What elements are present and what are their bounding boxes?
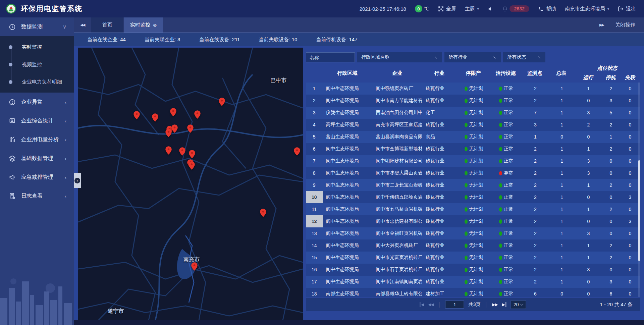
sidebar-item-数据监测[interactable]: 数据监测∨ <box>0 17 74 36</box>
first-page-button[interactable]: ◀ <box>420 302 424 307</box>
sidebar-item-日志查看[interactable]: 日志查看‹ <box>0 186 74 205</box>
panel-collapse-handle[interactable]: ‹ <box>74 173 81 188</box>
column-header-总表: 总表 <box>548 64 575 83</box>
industry-filter-select[interactable]: 所有行业 <box>444 52 501 62</box>
sidebar-subitem-实时监控[interactable]: 实时监控 <box>0 38 74 56</box>
cell-region: 高坪生态环境局 <box>323 119 373 131</box>
status-dot-icon <box>465 159 468 163</box>
tabs-scroll-right-button[interactable]: ▶▶ <box>599 23 604 27</box>
table-row[interactable]: 1阆中生态环境局阆中强锐页岩砖厂砖瓦行业无计划正常21120 <box>306 83 640 95</box>
name-filter-input[interactable] <box>306 52 355 62</box>
sidebar-item-基础数据管理[interactable]: 基础数据管理‹ <box>0 149 74 168</box>
megaphone-icon <box>9 174 16 181</box>
map-marker-icon[interactable] <box>170 108 177 117</box>
fullscreen-button[interactable]: 全屏 <box>438 6 456 12</box>
cell-lost: 0 <box>620 264 640 276</box>
map-marker-icon[interactable] <box>191 262 198 271</box>
next-page-button[interactable]: ▶▶ <box>492 302 497 307</box>
cell-points: 2 <box>522 227 548 239</box>
table-row[interactable]: 2阆中生态环境局阆中市南方节能建材有砖瓦行业无计划正常21030 <box>306 95 640 107</box>
cell-run: 1 <box>575 252 602 264</box>
sidebar-item-企业用电量分析[interactable]: 企业用电量分析‹ <box>0 130 74 149</box>
table-row[interactable]: 4高坪生态环境局南充市高坪区王家店建砖瓦行业无计划正常31220 <box>306 119 640 131</box>
cell-points: 2 <box>522 179 548 191</box>
cell-lost: 0 <box>620 143 640 155</box>
cell-company: 阆中市金博瑞新型墙材 <box>372 143 422 155</box>
cell-run: 3 <box>575 264 602 276</box>
prev-page-button[interactable]: ◀◀ <box>428 302 434 307</box>
cell-region: 阆中生态环境局 <box>323 95 373 107</box>
temperature-badge: 0 <box>415 5 422 12</box>
map-marker-icon[interactable] <box>165 128 172 138</box>
row-index: 14 <box>306 239 323 252</box>
table-row[interactable]: 8阆中生态环境局阆中市枣碧大梁山页岩砖瓦行业无计划异常21300 <box>306 167 640 179</box>
tab-实时监控[interactable]: 实时监控⊗ <box>124 17 163 33</box>
chevron-left-icon: ‹ <box>65 99 66 105</box>
notifications-button[interactable]: 2632 <box>502 5 529 12</box>
table-row[interactable]: 10阆中生态环境局阆中千佛镇五郎垭页岩砖瓦行业无计划正常21003 <box>306 191 640 203</box>
sidebar-item-企业综合统计[interactable]: 企业综合统计‹ <box>0 111 74 130</box>
table-row[interactable]: 15阆中生态环境局阆中市光富页岩机砖厂砖瓦行业无计划正常21120 <box>306 252 640 264</box>
status-dot-icon <box>465 280 468 284</box>
map-marker-icon[interactable] <box>171 124 178 133</box>
table-row[interactable]: 9阆中生态环境局阆中市二龙长宝页岩砖砖瓦行业无计划正常21120 <box>306 179 640 191</box>
table-row[interactable]: 12阆中生态环境局阆中市忠信建材有限公砖瓦行业无计划正常21003 <box>306 215 640 227</box>
chevron-down-icon <box>435 55 438 58</box>
map-marker-icon[interactable] <box>187 124 194 133</box>
table-row[interactable]: 17阆中生态环境局阆中市江南镇阆南页岩砖瓦行业无计划正常21030 <box>306 276 640 288</box>
page-size-select[interactable]: 20 <box>511 300 526 309</box>
chevron-left-icon: ‹ <box>65 118 66 124</box>
map-marker-icon[interactable] <box>293 147 301 156</box>
map-marker-icon[interactable] <box>260 208 267 217</box>
table-row[interactable]: 6阆中生态环境局阆中市金博瑞新型墙材砖瓦行业无计划正常21120 <box>306 143 640 155</box>
org-menu-button[interactable]: 南充市生态环境局▾ <box>565 6 609 12</box>
table-row[interactable]: 5营山生态环境局营山县润丰肉食品有限食品无计划正常10010 <box>306 131 640 143</box>
cell-run: 0 <box>575 131 602 143</box>
tab-close-icon[interactable]: ⊗ <box>153 22 157 28</box>
status-dot-icon <box>499 243 502 248</box>
sound-icon[interactable] <box>488 6 493 12</box>
sidebar-item-应急减排管理[interactable]: 应急减排管理‹ <box>0 168 74 186</box>
table-row[interactable]: 3仪陇生态环境局西南油气田分公司川中化工无计划正常71350 <box>306 107 640 119</box>
table-scrollbar-thumb[interactable] <box>638 160 640 261</box>
map-marker-icon[interactable] <box>179 147 186 156</box>
cell-halt: 0 <box>602 155 620 167</box>
tabs-scroll-left-button[interactable]: ◀◀ <box>74 17 91 33</box>
cell-lost: 0 <box>620 276 640 288</box>
map-marker-icon[interactable] <box>218 97 225 106</box>
theme-menu-button[interactable]: 主题▾ <box>465 6 479 12</box>
logout-button[interactable]: 退出 <box>618 6 636 12</box>
last-page-button[interactable]: ▶ <box>502 302 506 307</box>
help-button[interactable]: 帮助 <box>538 6 556 12</box>
map-panel[interactable]: 巴中市南充市遂宁市 <box>78 48 303 320</box>
close-operations-button[interactable]: 关闭操作 <box>615 22 635 28</box>
sidebar-subitem-视频监控[interactable]: 视频监控 <box>0 56 74 73</box>
table-row[interactable]: 16阆中生态环境局阆中市石子页岩机砖厂砖瓦行业无计划正常21300 <box>306 264 640 276</box>
page-number-input[interactable] <box>445 301 464 309</box>
row-index: 16 <box>306 264 323 276</box>
sidebar-subitem-企业电力负荷明细[interactable]: 企业电力负荷明细 <box>0 73 74 91</box>
map-marker-icon[interactable] <box>165 146 172 155</box>
stats-bar: 当前在线企业:44当前失联企业:3当前在线设备:211当前失联设备:10当前停机… <box>74 33 644 46</box>
status-filter-select[interactable]: 所有状态 <box>503 52 545 62</box>
sidebar-item-企业异常[interactable]: 企业异常‹ <box>0 93 74 111</box>
row-index: 9 <box>306 179 323 191</box>
record-range-label: 1 - 20 共 47 条 <box>600 302 640 308</box>
table-row[interactable]: 14阆中生态环境局阆中大兴页岩机砖厂砖瓦行业无计划正常21120 <box>306 239 640 252</box>
tab-首页[interactable]: 首页 <box>91 17 123 33</box>
map-marker-icon[interactable] <box>188 161 195 170</box>
table-row[interactable]: 11阆中生态环境局阆中市五马桥页岩机砖砖瓦行业无计划正常21120 <box>306 203 640 215</box>
table-row[interactable]: 18南部生态环境局南部县雄华土砖有限公建材加工无计划正常60060 <box>306 288 640 297</box>
map-marker-icon[interactable] <box>133 111 140 120</box>
map-marker-icon[interactable] <box>194 110 201 119</box>
status-dot-icon <box>465 231 468 236</box>
map-marker-icon[interactable] <box>152 113 159 122</box>
table-row[interactable]: 7阆中生态环境局阆中明阳建材有限公司砖瓦行业无计划正常21300 <box>306 155 640 167</box>
table-row[interactable]: 13阆中生态环境局阆中市金福旺页岩机砖砖瓦行业无计划正常21300 <box>306 227 640 239</box>
region-filter-select[interactable]: 行政区域名称 <box>357 52 442 62</box>
cell-region: 阆中生态环境局 <box>323 155 373 167</box>
stat-当前停机设备: 当前停机设备:147 <box>316 37 357 43</box>
sidebar-item-label: 应急减排管理 <box>21 174 53 181</box>
map-marker-icon[interactable] <box>189 150 196 159</box>
cell-industry: 砖瓦行业 <box>422 119 457 131</box>
